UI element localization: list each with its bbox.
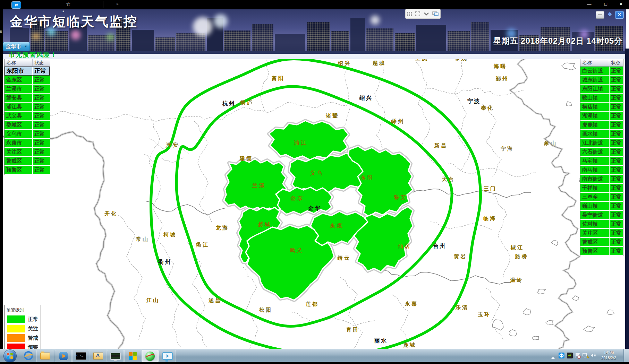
table-row[interactable]: 警戒区正常 [580,238,623,247]
map-label-area: 象山 [544,140,557,146]
table-row[interactable]: 金东区正常 [5,76,50,85]
screen-bottom-edge [0,362,629,364]
table-row[interactable]: 歌山镇正常 [580,94,623,103]
row-name: 歌山镇 [580,95,609,101]
app-close-button[interactable]: ✕ [615,11,624,19]
map-label-area: 三门 [484,185,497,191]
map-label-city: 衢州 [158,259,171,265]
province-map[interactable]: 富阳桐庐杭州淳安建德绍兴越城上虞余姚海曙鄞州北仑绍兴宁波奉化诸暨嵊州新昌宁海象山… [3,51,626,349]
network-warning-icon[interactable] [583,353,589,360]
table-row[interactable]: 义乌市正常 [5,130,50,139]
row-status: 正常 [609,211,623,219]
table-row[interactable]: 城东街道正常 [580,76,623,85]
table-row[interactable]: 警戒区正常 [5,157,50,166]
action-center-flag[interactable] [575,353,581,360]
left-screen-edge [0,0,3,364]
table-row[interactable]: 三单乡正常 [580,193,623,202]
hidden-items-arrow[interactable] [551,354,555,361]
map-label-area: 永嘉 [405,301,418,306]
taskbar-item-internet-explorer[interactable] [20,350,36,362]
table-row[interactable]: 东阳市正常 [5,67,50,76]
row-name: 江北街道 [580,140,609,146]
table-row[interactable]: 磐安县正常 [5,94,50,103]
table-row[interactable]: 巍山镇正常 [580,202,623,211]
teamviewer-icon[interactable]: ⇄ [11,1,21,9]
legend-swatch [7,334,25,342]
column-header-status[interactable]: 状态 [609,60,623,66]
taskbar-item-explorer-folder[interactable] [36,350,53,362]
table-row[interactable]: 预警区正常 [580,247,623,256]
map-label-city: 绍兴 [359,95,373,101]
map-label-area: 绍兴 [338,60,351,66]
table-row[interactable]: 浦江县正常 [5,103,50,112]
app-minimize-button[interactable]: — [596,11,604,19]
map-label-area: 青田 [346,327,359,332]
table-row[interactable]: 南马镇正常 [580,166,623,175]
table-row[interactable]: 关注区正常 [5,148,50,157]
taskbar-item-color-tiles[interactable] [124,350,141,362]
nvidia-tray-icon[interactable] [567,353,573,360]
column-header-name[interactable]: 名称 [5,59,33,66]
table-row[interactable]: 佐村镇正常 [580,220,623,229]
table-row[interactable]: 南市街道正常 [580,175,623,184]
app-restore-button[interactable]: ✥ [606,11,614,18]
taskbar-item-media-monitor[interactable] [159,350,176,362]
window-minimize-button[interactable]: — [584,1,594,7]
table-row[interactable]: 画水镇正常 [580,130,623,139]
table-row[interactable]: 横店镇正常 [580,103,623,112]
collapse-handle-icon[interactable]: ▲ [62,9,65,13]
monitor-icon[interactable] [432,11,439,16]
table-row[interactable]: 关注区正常 [580,229,623,238]
table-row[interactable]: 东阳江镇正常 [580,85,623,94]
taskbar-item-remote-desktop[interactable] [107,350,124,362]
table-row[interactable]: 兰溪市正常 [5,85,50,94]
table-row[interactable]: 永康市正常 [5,139,50,148]
start-button[interactable] [3,349,17,363]
table-row[interactable]: 江北街道正常 [580,139,623,148]
media-player-icon [59,352,68,360]
table-row[interactable]: 预警区正常 [5,166,50,175]
taskbar-item-command-prompt[interactable]: C:\_ [72,350,89,362]
row-name: 白云街道 [580,68,609,74]
city-selector-dropdown[interactable]: 金华市 ▼ [3,42,30,51]
tray-clock[interactable]: 14:06 2018/2/2 [599,350,618,361]
grid-icon[interactable] [407,12,412,16]
expand-icon[interactable] [415,11,420,16]
map-label-area: 桐庐 [240,99,253,105]
row-name: 千祥镇 [580,185,609,191]
table-row[interactable]: 湖溪镇正常 [580,112,623,121]
map-label-area: 磐安 [393,194,408,200]
table-row[interactable]: 六石街道正常 [580,148,623,157]
row-name: 预警区 [5,167,32,173]
window-close-button[interactable]: ✕ [616,1,626,7]
table-row[interactable]: 马宅镇正常 [580,157,623,166]
table-row[interactable]: 千祥镇正常 [580,184,623,193]
map-label-city: 杭州 [222,100,236,106]
map-label-city: 丽水 [374,338,388,344]
legend-title: 预警级别 [5,305,41,314]
window-maximize-button[interactable]: □ [601,1,611,7]
column-header-status[interactable]: 状态 [33,60,50,66]
favorites-star-icon[interactable]: ☆ [66,1,70,7]
table-row[interactable]: 武义县正常 [5,112,50,121]
table-row[interactable]: 吴宁街道正常 [580,211,623,220]
table-row[interactable]: 白云街道正常 [580,67,623,76]
row-name: 吴宁街道 [580,212,609,218]
volume-icon[interactable] [590,353,596,359]
taskbar-item-weather-globe[interactable] [142,350,159,362]
map-label-city: 金华 [308,205,321,211]
table-row[interactable]: 婺城区正常 [5,121,50,130]
row-status: 正常 [32,148,50,156]
row-name: 虎鹿镇 [580,122,609,128]
row-name: 湖溪镇 [580,113,609,119]
menu-arrow-icon[interactable]: ▸ [117,1,119,6]
show-desktop-button[interactable] [623,349,629,362]
row-status: 正常 [609,121,623,129]
taskbar-item-design-folder[interactable]: A [90,350,107,362]
media-monitor-icon [162,352,173,360]
table-row[interactable]: 虎鹿镇正常 [580,121,623,130]
taskbar-item-media-player[interactable] [55,350,72,362]
column-header-name[interactable]: 名称 [580,59,609,66]
teamviewer-tray-icon[interactable] [559,353,564,360]
chevron-down-icon[interactable] [424,12,429,16]
